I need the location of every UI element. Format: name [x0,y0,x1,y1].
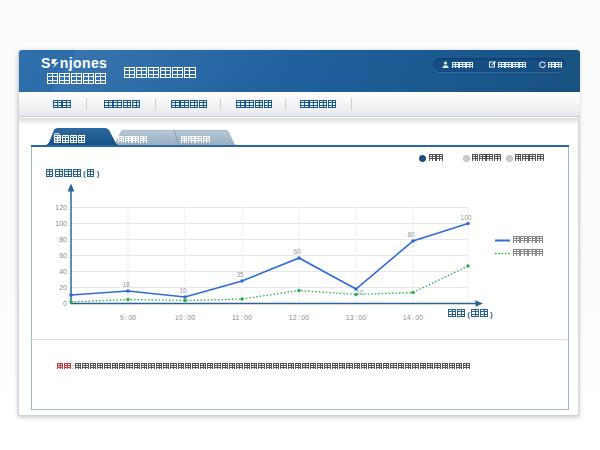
svg-text:0: 0 [63,300,67,307]
svg-text:60: 60 [59,252,67,259]
svg-text:13 : 00: 13 : 00 [346,314,366,321]
svg-text:80: 80 [407,231,415,238]
svg-text:100: 100 [461,214,472,221]
svg-text:10: 10 [356,289,364,296]
svg-text:18: 18 [122,281,130,288]
svg-text:12 : 00: 12 : 00 [289,314,309,321]
svg-text:10: 10 [179,287,187,294]
svg-text:20: 20 [59,284,67,291]
svg-text:120: 120 [55,204,67,211]
svg-text:40: 40 [59,268,67,275]
svg-text:9 : 00: 9 : 00 [120,314,137,321]
svg-text:11 : 00: 11 : 00 [232,314,252,321]
svg-text:80: 80 [59,236,67,243]
svg-text:60: 60 [293,248,301,255]
svg-text:10 : 00: 10 : 00 [175,314,195,321]
svg-text:35: 35 [236,271,244,278]
svg-text:14 : 00: 14 : 00 [403,314,423,321]
svg-text:100: 100 [55,220,67,227]
